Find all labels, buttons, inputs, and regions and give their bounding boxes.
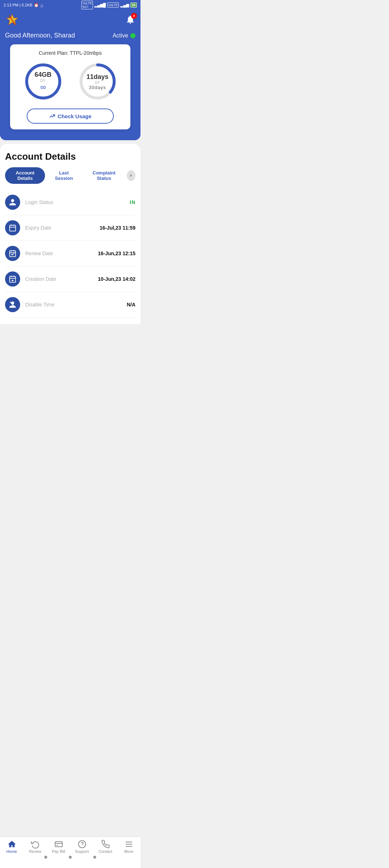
svg-rect-6 <box>10 225 16 231</box>
expiry-label: Expiry Date <box>25 225 94 231</box>
plan-name: TTPL-20mbps <box>70 50 102 56</box>
account-section: Account Details Account Details Last Ses… <box>0 144 140 324</box>
user-icon <box>9 198 17 206</box>
detail-row-renew: Renew Date 16-Jun,23 12:15 <box>5 241 135 266</box>
calendar-icon <box>9 224 17 232</box>
status-time: 2:13 PM | 0.2KB <box>4 3 32 7</box>
login-icon-container <box>5 195 20 210</box>
circles-row: 64GB OF ∞ 11days OF 30days <box>16 62 125 101</box>
header-curve <box>0 134 140 140</box>
notification-button[interactable]: 0 <box>125 14 135 26</box>
signal-bars2: ▂▄▆ <box>120 3 129 8</box>
active-status: Active <box>112 32 135 39</box>
volte-icon: VoLTE5G+ <box>81 1 93 9</box>
active-indicator <box>130 33 135 38</box>
days-circle-text: 11days OF 30days <box>86 73 108 90</box>
notification-badge: 0 <box>131 13 137 19</box>
renew-icon-container <box>5 246 20 261</box>
disable-label: Disable Time <box>25 302 122 307</box>
creation-value: 10-Jun,23 14:02 <box>98 276 135 282</box>
plan-card: Current Plan: TTPL-20mbps 64GB OF ∞ <box>10 44 130 129</box>
header-top: 0 <box>5 13 135 27</box>
tab-complaint-status[interactable]: Complaint Status <box>83 167 125 184</box>
tabs-row: Account Details Last Session Complaint S… <box>5 167 135 184</box>
app-logo <box>5 13 19 27</box>
expiry-value: 16-Jul,23 11:59 <box>99 225 135 231</box>
greeting-text: Good Afternoon, Sharad <box>5 32 75 39</box>
header: 0 Good Afternoon, Sharad Active Current … <box>0 10 140 134</box>
days-limit: 30days <box>86 85 108 90</box>
data-limit: ∞ <box>35 83 52 92</box>
detail-row-creation: Creation Date 10-Jun,23 14:02 <box>5 266 135 292</box>
calendar-plus-icon <box>9 275 17 283</box>
renew-label: Renew Date <box>25 251 93 256</box>
renew-value: 16-Jun,23 12:15 <box>98 251 135 256</box>
days-circle: 11days OF 30days <box>78 62 117 101</box>
volte2-icon: VoLTE <box>107 3 119 8</box>
disable-icon-container <box>5 297 20 312</box>
tab-account-details[interactable]: Account Details <box>5 167 45 184</box>
svg-rect-10 <box>10 251 16 257</box>
data-circle-text: 64GB OF ∞ <box>35 71 52 92</box>
days-used: 11days <box>86 73 108 81</box>
detail-row-expiry: Expiry Date 16-Jul,23 11:59 <box>5 215 135 241</box>
calendar-check-icon <box>9 249 17 257</box>
creation-icon-container <box>5 271 20 287</box>
detail-row-disable: Disable Time N/A <box>5 292 135 318</box>
greeting-row: Good Afternoon, Sharad Active <box>5 32 135 39</box>
plan-title: Current Plan: TTPL-20mbps <box>16 50 125 56</box>
active-label: Active <box>112 32 128 39</box>
svg-rect-14 <box>10 276 16 283</box>
signal-bars: ▂▄▆█ <box>94 3 106 8</box>
detail-row-login: Login Status IN <box>5 190 135 215</box>
tab-next-arrow[interactable] <box>127 170 135 181</box>
days-of-label: OF <box>86 81 108 85</box>
creation-label: Creation Date <box>25 276 93 282</box>
triangle-icon: △ <box>40 3 43 8</box>
disable-value: N/A <box>127 302 135 307</box>
section-title: Account Details <box>5 151 135 162</box>
data-circle: 64GB OF ∞ <box>23 62 63 101</box>
data-of-label: OF <box>35 79 52 83</box>
login-value: IN <box>130 199 135 205</box>
status-right: VoLTE5G+ ▂▄▆█ VoLTE ▂▄▆ 59 <box>81 1 137 9</box>
battery-icon: 59 <box>130 3 137 8</box>
tab-last-session[interactable]: Last Session <box>46 167 81 184</box>
status-left: 2:13 PM | 0.2KB ⏰ △ <box>4 3 43 8</box>
login-label: Login Status <box>25 199 125 205</box>
expiry-icon-container <box>5 220 20 235</box>
data-used: 64GB <box>35 71 52 79</box>
nav-spacer <box>0 324 140 353</box>
chevron-right-icon <box>129 173 134 178</box>
alarm-icon: ⏰ <box>34 3 39 8</box>
plan-label: Current Plan: <box>39 50 68 56</box>
check-usage-button[interactable]: Check Usage <box>27 108 114 124</box>
user-slash-icon <box>9 301 17 309</box>
status-bar: 2:13 PM | 0.2KB ⏰ △ VoLTE5G+ ▂▄▆█ VoLTE … <box>0 0 140 10</box>
chart-icon <box>49 113 55 119</box>
check-usage-label: Check Usage <box>58 113 91 119</box>
